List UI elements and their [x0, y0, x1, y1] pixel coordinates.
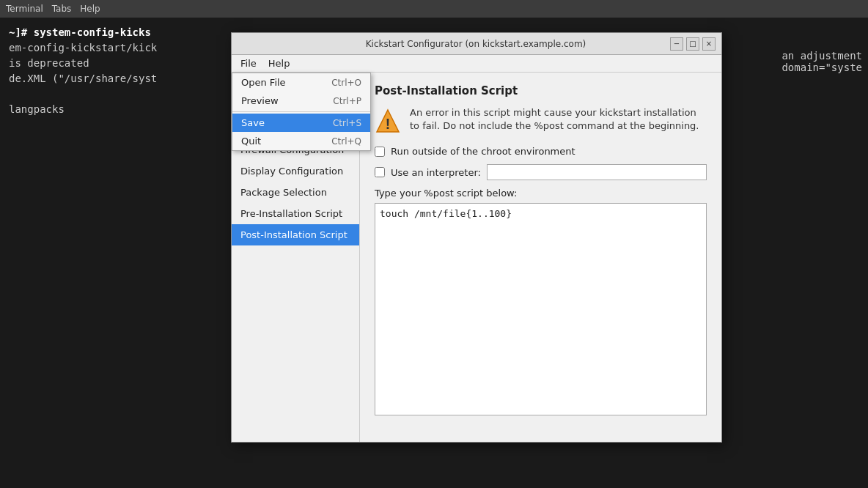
warning-box: ! An error in this script might cause yo…: [375, 106, 707, 134]
dialog-title: Kickstart Configurator (on kickstart.exa…: [282, 39, 670, 49]
section-title: Post-Installation Script: [375, 84, 707, 97]
interpreter-checkbox[interactable]: [375, 167, 385, 177]
warning-icon: !: [375, 108, 401, 134]
terminal-menu-help[interactable]: Help: [80, 4, 100, 14]
nav-package-selection[interactable]: Package Selection: [232, 182, 359, 203]
chroot-checkbox-row: Run outside of the chroot environment: [375, 146, 707, 157]
interpreter-checkbox-label: Use an interpreter:: [391, 167, 481, 178]
dialog-menubar: File Help Open File Ctrl+O Preview Ctrl+…: [232, 55, 721, 73]
warning-message: An error in this script might cause your…: [410, 106, 707, 133]
close-button[interactable]: ×: [702, 37, 716, 51]
interpreter-input[interactable]: [487, 164, 707, 180]
menu-save[interactable]: Save Ctrl+S: [232, 114, 370, 132]
nav-display-configuration[interactable]: Display Configuration: [232, 160, 359, 182]
svg-text:!: !: [386, 116, 391, 132]
interpreter-checkbox-row: Use an interpreter:: [375, 164, 707, 180]
minimize-button[interactable]: −: [670, 37, 683, 51]
maximize-button[interactable]: □: [686, 37, 699, 51]
nav-pre-installation-script[interactable]: Pre-Installation Script: [232, 203, 359, 224]
terminal-menu-terminal[interactable]: Terminal: [6, 4, 43, 14]
dialog-titlebar: Kickstart Configurator (on kickstart.exa…: [232, 33, 721, 55]
script-textarea[interactable]: [375, 203, 707, 415]
file-dropdown: Open File Ctrl+O Preview Ctrl+P Save Ctr…: [232, 73, 371, 151]
menu-file[interactable]: File: [235, 56, 262, 70]
menu-help[interactable]: Help: [262, 56, 296, 70]
menu-open-file[interactable]: Open File Ctrl+O: [232, 73, 370, 92]
chroot-checkbox-label: Run outside of the chroot environment: [391, 146, 575, 157]
terminal-menubar: Terminal Tabs Help: [0, 0, 868, 18]
kickstart-configurator-dialog: Kickstart Configurator (on kickstart.exa…: [231, 32, 722, 443]
menu-separator: [232, 111, 370, 112]
script-label: Type your %post script below:: [375, 188, 707, 199]
chroot-checkbox[interactable]: [375, 147, 385, 157]
menu-quit[interactable]: Quit Ctrl+Q: [232, 132, 370, 150]
nav-post-installation-script[interactable]: Post-Installation Script: [232, 224, 359, 245]
content-area: Post-Installation Script ! An error in t…: [360, 73, 721, 442]
menu-preview[interactable]: Preview Ctrl+P: [232, 92, 370, 110]
titlebar-buttons: − □ ×: [670, 37, 716, 51]
terminal-right-text: an adjustment domain="syste: [781, 50, 868, 73]
terminal-menu-tabs[interactable]: Tabs: [52, 4, 72, 14]
